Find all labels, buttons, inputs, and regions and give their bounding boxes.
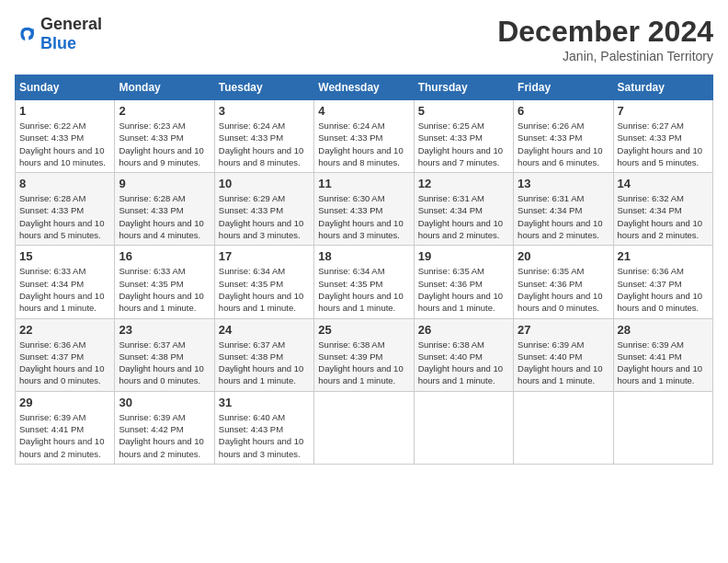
day-info: Sunrise: 6:39 AM Sunset: 4:40 PM Dayligh…: [518, 339, 609, 387]
day-number: 3: [219, 104, 310, 118]
calendar-cell: 30 Sunrise: 6:39 AM Sunset: 4:42 PM Dayl…: [115, 391, 214, 464]
day-number: 24: [219, 323, 310, 337]
day-number: 18: [318, 249, 409, 263]
day-info: Sunrise: 6:35 AM Sunset: 4:36 PM Dayligh…: [518, 265, 609, 314]
day-info: Sunrise: 6:38 AM Sunset: 4:39 PM Dayligh…: [318, 339, 409, 387]
calendar-cell: 2 Sunrise: 6:23 AM Sunset: 4:33 PM Dayli…: [115, 100, 214, 173]
logo-text: General Blue: [40, 15, 102, 53]
logo-blue: Blue: [40, 34, 76, 52]
day-info: Sunrise: 6:37 AM Sunset: 4:38 PM Dayligh…: [119, 339, 210, 387]
day-number: 31: [219, 396, 310, 409]
weekday-header-saturday: Saturday: [613, 75, 712, 100]
day-number: 7: [618, 104, 709, 118]
calendar-cell: 24 Sunrise: 6:37 AM Sunset: 4:38 PM Dayl…: [214, 318, 313, 391]
calendar-cell: 9 Sunrise: 6:28 AM Sunset: 4:33 PM Dayli…: [115, 173, 214, 246]
calendar-cell: 17 Sunrise: 6:34 AM Sunset: 4:35 PM Dayl…: [214, 246, 313, 318]
day-info: Sunrise: 6:25 AM Sunset: 4:33 PM Dayligh…: [418, 120, 509, 168]
day-number: 23: [119, 323, 210, 337]
calendar-cell: 28 Sunrise: 6:39 AM Sunset: 4:41 PM Dayl…: [613, 318, 712, 391]
day-number: 25: [318, 323, 409, 337]
calendar-cell: 20 Sunrise: 6:35 AM Sunset: 4:36 PM Dayl…: [514, 246, 613, 318]
day-number: 27: [518, 323, 609, 337]
calendar-cell: [613, 391, 712, 464]
day-number: 2: [119, 104, 210, 118]
day-info: Sunrise: 6:39 AM Sunset: 4:42 PM Dayligh…: [119, 411, 210, 460]
day-info: Sunrise: 6:26 AM Sunset: 4:33 PM Dayligh…: [518, 120, 609, 168]
day-number: 11: [318, 177, 409, 190]
day-number: 9: [119, 177, 210, 190]
day-number: 10: [219, 177, 310, 190]
page-header: General Blue December 2024 Janin, Palest…: [15, 15, 713, 63]
calendar-cell: 7 Sunrise: 6:27 AM Sunset: 4:33 PM Dayli…: [613, 100, 712, 173]
calendar-week-row: 1 Sunrise: 6:22 AM Sunset: 4:33 PM Dayli…: [16, 100, 713, 173]
title-block: December 2024 Janin, Palestinian Territo…: [497, 15, 713, 63]
calendar-cell: 14 Sunrise: 6:32 AM Sunset: 4:34 PM Dayl…: [613, 173, 712, 246]
day-info: Sunrise: 6:23 AM Sunset: 4:33 PM Dayligh…: [119, 120, 210, 168]
day-number: 30: [119, 396, 210, 409]
day-number: 5: [418, 104, 509, 118]
day-number: 19: [418, 249, 509, 263]
calendar-cell: [414, 391, 513, 464]
day-number: 13: [518, 177, 609, 190]
day-number: 4: [318, 104, 409, 118]
calendar-cell: 25 Sunrise: 6:38 AM Sunset: 4:39 PM Dayl…: [314, 318, 414, 391]
weekday-header-friday: Friday: [514, 75, 613, 100]
calendar-cell: 1 Sunrise: 6:22 AM Sunset: 4:33 PM Dayli…: [16, 100, 115, 173]
day-info: Sunrise: 6:24 AM Sunset: 4:33 PM Dayligh…: [219, 120, 310, 168]
day-info: Sunrise: 6:31 AM Sunset: 4:34 PM Dayligh…: [418, 192, 509, 241]
day-number: 29: [19, 396, 110, 409]
calendar-cell: 22 Sunrise: 6:36 AM Sunset: 4:37 PM Dayl…: [16, 318, 115, 391]
calendar-cell: 29 Sunrise: 6:39 AM Sunset: 4:41 PM Dayl…: [16, 391, 115, 464]
calendar-cell: 5 Sunrise: 6:25 AM Sunset: 4:33 PM Dayli…: [414, 100, 513, 173]
day-info: Sunrise: 6:40 AM Sunset: 4:43 PM Dayligh…: [219, 411, 310, 460]
day-info: Sunrise: 6:34 AM Sunset: 4:35 PM Dayligh…: [318, 265, 409, 314]
calendar-cell: 16 Sunrise: 6:33 AM Sunset: 4:35 PM Dayl…: [115, 246, 214, 318]
calendar-cell: [314, 391, 414, 464]
day-info: Sunrise: 6:28 AM Sunset: 4:33 PM Dayligh…: [119, 192, 210, 241]
day-info: Sunrise: 6:31 AM Sunset: 4:34 PM Dayligh…: [518, 192, 609, 241]
logo-icon: [15, 23, 37, 45]
calendar-cell: 6 Sunrise: 6:26 AM Sunset: 4:33 PM Dayli…: [514, 100, 613, 173]
calendar-cell: 31 Sunrise: 6:40 AM Sunset: 4:43 PM Dayl…: [214, 391, 313, 464]
day-info: Sunrise: 6:36 AM Sunset: 4:37 PM Dayligh…: [19, 339, 110, 387]
weekday-header-sunday: Sunday: [16, 75, 115, 100]
day-info: Sunrise: 6:37 AM Sunset: 4:38 PM Dayligh…: [219, 339, 310, 387]
day-number: 16: [119, 249, 210, 263]
day-number: 20: [518, 249, 609, 263]
calendar-cell: 27 Sunrise: 6:39 AM Sunset: 4:40 PM Dayl…: [514, 318, 613, 391]
day-info: Sunrise: 6:39 AM Sunset: 4:41 PM Dayligh…: [19, 411, 110, 460]
calendar-cell: 13 Sunrise: 6:31 AM Sunset: 4:34 PM Dayl…: [514, 173, 613, 246]
calendar-week-row: 22 Sunrise: 6:36 AM Sunset: 4:37 PM Dayl…: [16, 318, 713, 391]
day-info: Sunrise: 6:35 AM Sunset: 4:36 PM Dayligh…: [418, 265, 509, 314]
location-title: Janin, Palestinian Territory: [497, 49, 713, 63]
weekday-header-monday: Monday: [115, 75, 214, 100]
logo: General Blue: [15, 15, 102, 53]
day-info: Sunrise: 6:34 AM Sunset: 4:35 PM Dayligh…: [219, 265, 310, 314]
day-number: 21: [618, 249, 709, 263]
day-number: 26: [418, 323, 509, 337]
calendar-week-row: 8 Sunrise: 6:28 AM Sunset: 4:33 PM Dayli…: [16, 173, 713, 246]
day-number: 15: [19, 249, 110, 263]
weekday-header-tuesday: Tuesday: [214, 75, 313, 100]
calendar-cell: 10 Sunrise: 6:29 AM Sunset: 4:33 PM Dayl…: [214, 173, 313, 246]
calendar-cell: 19 Sunrise: 6:35 AM Sunset: 4:36 PM Dayl…: [414, 246, 513, 318]
day-number: 22: [19, 323, 110, 337]
day-info: Sunrise: 6:32 AM Sunset: 4:34 PM Dayligh…: [618, 192, 709, 241]
day-info: Sunrise: 6:33 AM Sunset: 4:35 PM Dayligh…: [119, 265, 210, 314]
day-info: Sunrise: 6:27 AM Sunset: 4:33 PM Dayligh…: [618, 120, 709, 168]
day-info: Sunrise: 6:36 AM Sunset: 4:37 PM Dayligh…: [618, 265, 709, 314]
day-info: Sunrise: 6:24 AM Sunset: 4:33 PM Dayligh…: [318, 120, 409, 168]
weekday-header-wednesday: Wednesday: [314, 75, 414, 100]
day-number: 6: [518, 104, 609, 118]
calendar-cell: [514, 391, 613, 464]
day-info: Sunrise: 6:22 AM Sunset: 4:33 PM Dayligh…: [19, 120, 110, 168]
calendar-cell: 4 Sunrise: 6:24 AM Sunset: 4:33 PM Dayli…: [314, 100, 414, 173]
calendar-cell: 15 Sunrise: 6:33 AM Sunset: 4:34 PM Dayl…: [16, 246, 115, 318]
calendar-body: 1 Sunrise: 6:22 AM Sunset: 4:33 PM Dayli…: [16, 100, 713, 465]
calendar-header-row: SundayMondayTuesdayWednesdayThursdayFrid…: [16, 75, 713, 100]
day-info: Sunrise: 6:33 AM Sunset: 4:34 PM Dayligh…: [19, 265, 110, 314]
day-info: Sunrise: 6:30 AM Sunset: 4:33 PM Dayligh…: [318, 192, 409, 241]
calendar-cell: 12 Sunrise: 6:31 AM Sunset: 4:34 PM Dayl…: [414, 173, 513, 246]
calendar-cell: 18 Sunrise: 6:34 AM Sunset: 4:35 PM Dayl…: [314, 246, 414, 318]
day-number: 28: [618, 323, 709, 337]
